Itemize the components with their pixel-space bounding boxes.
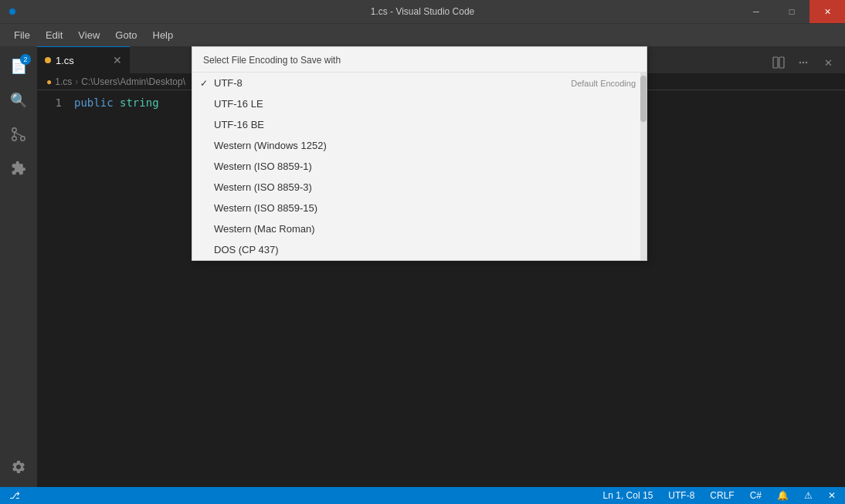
svg-point-1 xyxy=(21,137,25,141)
close-button[interactable]: ✕ xyxy=(809,0,845,23)
encoding-label-iso885915: Western (ISO 8859-15) xyxy=(214,202,636,214)
title-bar: 1.cs - Visual Studio Code ─ □ ✕ xyxy=(0,0,845,23)
window-controls: ─ □ ✕ xyxy=(738,0,845,23)
more-actions-button[interactable] xyxy=(792,52,814,73)
encoding-label-utf16be: UTF-16 BE xyxy=(214,119,636,130)
git-branch-icon: ⎇ xyxy=(9,490,20,501)
bell-icon: 🔔 xyxy=(777,490,789,501)
status-left: ⎇ xyxy=(6,487,23,504)
activity-bar-bottom xyxy=(5,453,32,481)
dropdown-item-iso88593[interactable]: Western (ISO 8859-3) xyxy=(192,177,646,198)
dropdown-title: Select File Encoding to Save with xyxy=(192,47,646,73)
explorer-activity-icon[interactable]: 📄 2 xyxy=(5,52,32,80)
active-tab[interactable]: 1.cs ✕ xyxy=(37,46,130,73)
checkmark-icon: ✓ xyxy=(200,78,208,89)
line-numbers: 1 xyxy=(37,90,68,487)
cursor-position[interactable]: Ln 1, Col 15 xyxy=(600,487,657,504)
language-mode[interactable]: C# xyxy=(747,487,765,504)
maximize-button[interactable]: □ xyxy=(774,0,809,23)
explorer-badge: 2 xyxy=(20,54,31,65)
line-ending[interactable]: CRLF xyxy=(707,487,737,504)
svg-point-2 xyxy=(12,137,17,141)
dropdown-item-utf16le[interactable]: UTF-16 LE xyxy=(192,93,646,114)
dropdown-item-iso88591[interactable]: Western (ISO 8859-1) xyxy=(192,156,646,177)
notifications-item[interactable]: 🔔 xyxy=(774,487,792,504)
encoding-label-iso88591: Western (ISO 8859-1) xyxy=(214,161,636,172)
encoding-label-macroman: Western (Mac Roman) xyxy=(214,223,636,235)
menu-view[interactable]: View xyxy=(70,26,107,44)
dropdown-item-iso885915[interactable]: Western (ISO 8859-15) xyxy=(192,198,646,218)
svg-point-8 xyxy=(803,62,804,63)
keyword-public: public xyxy=(74,96,114,109)
breadcrumb-filename[interactable]: 1.cs xyxy=(55,76,72,87)
git-branch-item[interactable]: ⎇ xyxy=(6,487,23,504)
menu-edit[interactable]: Edit xyxy=(38,26,70,44)
breadcrumb-path: C:\Users\Admin\Desktop\ xyxy=(81,76,185,87)
warning-icon: ⚠ xyxy=(804,490,813,501)
status-bar: ⎇ Ln 1, Col 15 UTF-8 CRLF C# 🔔 ⚠ ✕ xyxy=(0,487,845,504)
dropdown-item-windows1252[interactable]: Western (Windows 1252) xyxy=(192,135,646,156)
svg-point-9 xyxy=(806,62,807,63)
tab-close-button[interactable]: ✕ xyxy=(113,54,122,66)
encoding-label-utf8: UTF-8 xyxy=(214,77,565,89)
modified-indicator xyxy=(45,57,51,63)
encoding-desc-utf8: Default Encoding xyxy=(571,79,636,88)
close-editor-button[interactable]: ✕ xyxy=(817,52,839,73)
split-editor-button[interactable] xyxy=(768,52,789,73)
keyword-string: string xyxy=(120,96,159,109)
minimize-button[interactable]: ─ xyxy=(738,0,774,23)
menu-help[interactable]: Help xyxy=(145,26,182,44)
file-encoding[interactable]: UTF-8 xyxy=(665,487,697,504)
encoding-dropdown: Select File Encoding to Save with ✓UTF-8… xyxy=(192,46,647,261)
errors-item[interactable]: ✕ xyxy=(825,487,839,504)
svg-rect-6 xyxy=(779,57,784,68)
source-control-activity-icon[interactable] xyxy=(5,120,32,148)
svg-point-7 xyxy=(799,62,801,63)
dropdown-scrollbar-thumb[interactable] xyxy=(640,76,646,122)
error-icon: ✕ xyxy=(828,490,836,501)
settings-activity-icon[interactable] xyxy=(5,453,32,481)
encoding-label-utf16le: UTF-16 LE xyxy=(214,98,636,110)
search-activity-icon[interactable]: 🔍 xyxy=(5,86,32,114)
menu-bar: File Edit View Goto Help xyxy=(0,23,845,46)
warnings-item[interactable]: ⚠ xyxy=(801,487,816,504)
dropdown-item-utf8[interactable]: ✓UTF-8Default Encoding xyxy=(192,73,646,93)
menu-goto[interactable]: Goto xyxy=(107,26,144,44)
encoding-label-iso88593: Western (ISO 8859-3) xyxy=(214,181,636,193)
dropdown-item-macroman[interactable]: Western (Mac Roman) xyxy=(192,218,646,239)
dropdown-item-utf16be[interactable]: UTF-16 BE xyxy=(192,114,646,135)
line-number-1: 1 xyxy=(37,96,62,109)
app-icon xyxy=(6,5,19,18)
svg-rect-5 xyxy=(773,57,778,68)
tab-filename: 1.cs xyxy=(56,55,74,66)
encoding-label-doscp437: DOS (CP 437) xyxy=(214,244,636,255)
status-right: Ln 1, Col 15 UTF-8 CRLF C# 🔔 ⚠ ✕ xyxy=(600,487,839,504)
dropdown-items-list: ✓UTF-8Default EncodingUTF-16 LEUTF-16 BE… xyxy=(192,73,646,260)
encoding-label-windows1252: Western (Windows 1252) xyxy=(214,140,636,151)
svg-line-4 xyxy=(15,132,23,137)
tab-actions: ✕ xyxy=(762,52,845,73)
svg-point-0 xyxy=(12,128,17,133)
extensions-activity-icon[interactable] xyxy=(5,154,32,182)
activity-bar: 📄 2 🔍 xyxy=(0,46,37,487)
window-title: 1.cs - Visual Studio Code xyxy=(371,6,475,17)
dropdown-scrollbar[interactable] xyxy=(640,73,646,260)
modified-breadcrumb-dot: ● xyxy=(46,76,52,87)
dropdown-item-doscp437[interactable]: DOS (CP 437) xyxy=(192,239,646,260)
menu-file[interactable]: File xyxy=(6,26,38,44)
